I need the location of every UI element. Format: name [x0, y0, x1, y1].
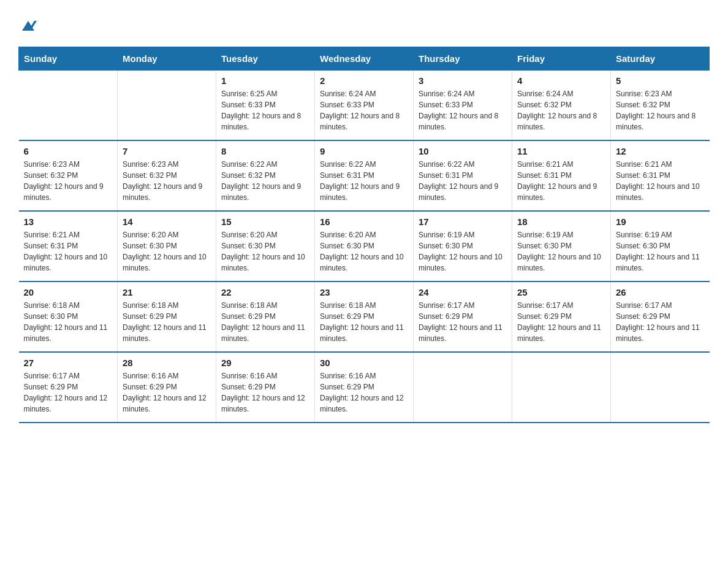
day-number: 17	[419, 216, 507, 227]
calendar-cell: 18Sunrise: 6:19 AMSunset: 6:30 PMDayligh…	[512, 211, 611, 282]
day-number: 13	[24, 216, 113, 227]
day-info: Sunrise: 6:20 AMSunset: 6:30 PMDaylight:…	[123, 229, 211, 274]
calendar-cell: 9Sunrise: 6:22 AMSunset: 6:31 PMDaylight…	[315, 140, 414, 211]
header-monday: Monday	[118, 47, 216, 71]
day-number: 29	[221, 358, 309, 368]
day-info: Sunrise: 6:22 AMSunset: 6:31 PMDaylight:…	[320, 159, 408, 203]
calendar-cell: 16Sunrise: 6:20 AMSunset: 6:30 PMDayligh…	[315, 211, 414, 282]
header-thursday: Thursday	[414, 47, 512, 71]
header-friday: Friday	[512, 47, 611, 71]
calendar-week-5: 27Sunrise: 6:17 AMSunset: 6:29 PMDayligh…	[19, 352, 710, 423]
day-number: 8	[221, 146, 309, 156]
day-number: 5	[616, 75, 705, 86]
calendar-cell: 13Sunrise: 6:21 AMSunset: 6:31 PMDayligh…	[19, 211, 118, 282]
calendar-cell: 17Sunrise: 6:19 AMSunset: 6:30 PMDayligh…	[414, 211, 512, 282]
day-number: 21	[123, 287, 211, 297]
calendar-cell: 25Sunrise: 6:17 AMSunset: 6:29 PMDayligh…	[512, 282, 611, 352]
day-info: Sunrise: 6:20 AMSunset: 6:30 PMDaylight:…	[320, 229, 408, 274]
calendar-cell	[19, 71, 118, 141]
day-info: Sunrise: 6:18 AMSunset: 6:30 PMDaylight:…	[24, 300, 113, 344]
calendar-cell: 5Sunrise: 6:23 AMSunset: 6:32 PMDaylight…	[611, 71, 710, 141]
calendar-week-1: 1Sunrise: 6:25 AMSunset: 6:33 PMDaylight…	[19, 71, 710, 141]
header-saturday: Saturday	[611, 47, 710, 71]
calendar-cell: 26Sunrise: 6:17 AMSunset: 6:29 PMDayligh…	[611, 282, 710, 352]
day-info: Sunrise: 6:16 AMSunset: 6:29 PMDaylight:…	[320, 370, 408, 415]
calendar-cell: 30Sunrise: 6:16 AMSunset: 6:29 PMDayligh…	[315, 352, 414, 423]
header-tuesday: Tuesday	[216, 47, 315, 71]
calendar-cell: 21Sunrise: 6:18 AMSunset: 6:29 PMDayligh…	[118, 282, 216, 352]
day-info: Sunrise: 6:17 AMSunset: 6:29 PMDaylight:…	[419, 300, 507, 344]
calendar-cell: 12Sunrise: 6:21 AMSunset: 6:31 PMDayligh…	[611, 140, 710, 211]
calendar-header-row: SundayMondayTuesdayWednesdayThursdayFrid…	[19, 47, 710, 71]
day-number: 3	[419, 75, 507, 86]
calendar-cell: 2Sunrise: 6:24 AMSunset: 6:33 PMDaylight…	[315, 71, 414, 141]
calendar-cell: 3Sunrise: 6:24 AMSunset: 6:33 PMDaylight…	[414, 71, 512, 141]
day-number: 28	[123, 358, 211, 368]
day-number: 25	[517, 287, 605, 297]
calendar-cell: 19Sunrise: 6:19 AMSunset: 6:30 PMDayligh…	[611, 211, 710, 282]
calendar-cell: 27Sunrise: 6:17 AMSunset: 6:29 PMDayligh…	[19, 352, 118, 423]
day-number: 15	[221, 216, 309, 227]
calendar-cell: 11Sunrise: 6:21 AMSunset: 6:31 PMDayligh…	[512, 140, 611, 211]
day-info: Sunrise: 6:21 AMSunset: 6:31 PMDaylight:…	[24, 229, 113, 274]
calendar-cell: 14Sunrise: 6:20 AMSunset: 6:30 PMDayligh…	[118, 211, 216, 282]
day-info: Sunrise: 6:24 AMSunset: 6:33 PMDaylight:…	[419, 88, 507, 132]
calendar-cell: 8Sunrise: 6:22 AMSunset: 6:32 PMDaylight…	[216, 140, 315, 211]
logo	[18, 17, 38, 34]
day-info: Sunrise: 6:18 AMSunset: 6:29 PMDaylight:…	[221, 300, 309, 344]
calendar-cell: 6Sunrise: 6:23 AMSunset: 6:32 PMDaylight…	[19, 140, 118, 211]
day-number: 4	[517, 75, 605, 86]
day-info: Sunrise: 6:19 AMSunset: 6:30 PMDaylight:…	[616, 229, 705, 274]
day-info: Sunrise: 6:19 AMSunset: 6:30 PMDaylight:…	[419, 229, 507, 274]
day-number: 30	[320, 358, 408, 368]
day-info: Sunrise: 6:20 AMSunset: 6:30 PMDaylight:…	[221, 229, 309, 274]
day-info: Sunrise: 6:22 AMSunset: 6:31 PMDaylight:…	[419, 159, 507, 203]
day-info: Sunrise: 6:24 AMSunset: 6:33 PMDaylight:…	[320, 88, 408, 132]
calendar-cell	[118, 71, 216, 141]
day-number: 26	[616, 287, 705, 297]
calendar-cell: 1Sunrise: 6:25 AMSunset: 6:33 PMDaylight…	[216, 71, 315, 141]
calendar-cell: 24Sunrise: 6:17 AMSunset: 6:29 PMDayligh…	[414, 282, 512, 352]
day-info: Sunrise: 6:16 AMSunset: 6:29 PMDaylight:…	[221, 370, 309, 415]
day-number: 27	[24, 358, 113, 368]
day-info: Sunrise: 6:21 AMSunset: 6:31 PMDaylight:…	[517, 159, 605, 203]
day-number: 24	[419, 287, 507, 297]
day-info: Sunrise: 6:24 AMSunset: 6:32 PMDaylight:…	[517, 88, 605, 132]
day-info: Sunrise: 6:23 AMSunset: 6:32 PMDaylight:…	[616, 88, 705, 132]
day-number: 7	[123, 146, 211, 156]
day-number: 18	[517, 216, 605, 227]
day-number: 11	[517, 146, 605, 156]
header-sunday: Sunday	[19, 47, 118, 71]
calendar-cell: 7Sunrise: 6:23 AMSunset: 6:32 PMDaylight…	[118, 140, 216, 211]
day-number: 22	[221, 287, 309, 297]
calendar-cell: 28Sunrise: 6:16 AMSunset: 6:29 PMDayligh…	[118, 352, 216, 423]
day-info: Sunrise: 6:17 AMSunset: 6:29 PMDaylight:…	[24, 370, 113, 415]
calendar-cell: 4Sunrise: 6:24 AMSunset: 6:32 PMDaylight…	[512, 71, 611, 141]
day-info: Sunrise: 6:23 AMSunset: 6:32 PMDaylight:…	[24, 159, 113, 203]
calendar-cell: 23Sunrise: 6:18 AMSunset: 6:29 PMDayligh…	[315, 282, 414, 352]
day-info: Sunrise: 6:25 AMSunset: 6:33 PMDaylight:…	[221, 88, 309, 132]
logo-icon	[20, 17, 37, 34]
day-number: 2	[320, 75, 408, 86]
day-number: 23	[320, 287, 408, 297]
day-info: Sunrise: 6:23 AMSunset: 6:32 PMDaylight:…	[123, 159, 211, 203]
calendar-cell: 29Sunrise: 6:16 AMSunset: 6:29 PMDayligh…	[216, 352, 315, 423]
day-number: 14	[123, 216, 211, 227]
day-info: Sunrise: 6:18 AMSunset: 6:29 PMDaylight:…	[320, 300, 408, 344]
day-number: 12	[616, 146, 705, 156]
day-info: Sunrise: 6:16 AMSunset: 6:29 PMDaylight:…	[123, 370, 211, 415]
calendar-cell	[414, 352, 512, 423]
day-info: Sunrise: 6:19 AMSunset: 6:30 PMDaylight:…	[517, 229, 605, 274]
day-number: 19	[616, 216, 705, 227]
calendar-cell: 22Sunrise: 6:18 AMSunset: 6:29 PMDayligh…	[216, 282, 315, 352]
calendar-week-2: 6Sunrise: 6:23 AMSunset: 6:32 PMDaylight…	[19, 140, 710, 211]
day-number: 1	[221, 75, 309, 86]
day-info: Sunrise: 6:17 AMSunset: 6:29 PMDaylight:…	[616, 300, 705, 344]
calendar-table: SundayMondayTuesdayWednesdayThursdayFrid…	[18, 47, 710, 423]
calendar-cell: 10Sunrise: 6:22 AMSunset: 6:31 PMDayligh…	[414, 140, 512, 211]
day-info: Sunrise: 6:22 AMSunset: 6:32 PMDaylight:…	[221, 159, 309, 203]
day-number: 6	[24, 146, 113, 156]
calendar-cell	[611, 352, 710, 423]
day-number: 20	[24, 287, 113, 297]
calendar-cell: 15Sunrise: 6:20 AMSunset: 6:30 PMDayligh…	[216, 211, 315, 282]
